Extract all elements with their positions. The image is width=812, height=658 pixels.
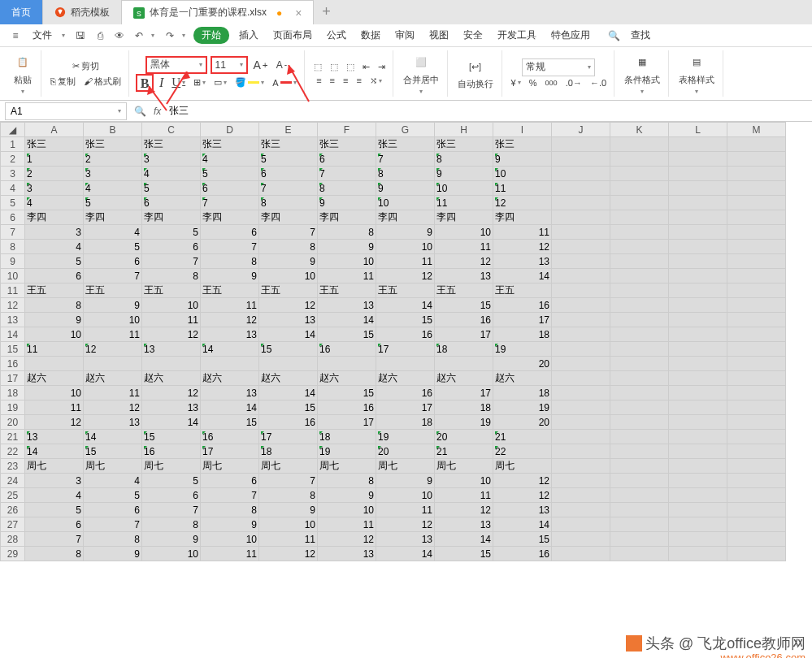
cell[interactable]: 李四 [84,210,142,225]
cell[interactable]: 16 [435,313,493,327]
cell[interactable] [727,357,786,371]
cell[interactable]: 14 [201,400,259,415]
cell[interactable] [727,137,786,152]
cell[interactable] [552,210,610,225]
indent-dec[interactable]: ⇤ [360,60,372,74]
cell[interactable]: 21 [493,430,552,444]
cell[interactable] [669,532,727,547]
menu-dev[interactable]: 开发工具 [493,26,541,45]
cell[interactable] [610,152,669,167]
cell[interactable]: 5 [25,254,84,269]
cell[interactable]: 14 [259,386,318,400]
cell[interactable]: 7 [259,181,318,196]
cell[interactable]: 赵六 [435,371,493,386]
bold-button[interactable]: B [136,74,154,92]
cell[interactable]: 9 [318,196,376,210]
cell[interactable] [669,444,727,459]
cell[interactable]: 8 [142,517,201,532]
cell[interactable]: 李四 [493,210,552,225]
cell[interactable] [669,167,727,181]
merge-center-button[interactable]: ⬜合并居中▾ [400,53,442,95]
cell[interactable]: 12 [493,196,552,210]
cell[interactable]: 22 [493,444,552,459]
cell[interactable]: 赵六 [84,371,142,386]
cell[interactable] [669,503,727,517]
cell[interactable]: 3 [25,474,84,488]
number-format-select[interactable]: 常规▾ [522,58,595,76]
zoom-tool-icon[interactable]: 🔍 [132,104,149,119]
cell[interactable]: 21 [435,444,493,459]
cell[interactable]: 18 [435,342,493,357]
cell[interactable]: 10 [376,240,435,254]
indent-inc[interactable]: ⇥ [376,60,388,74]
cell[interactable]: 11 [142,313,201,327]
cell[interactable]: 10 [142,298,201,313]
cell[interactable]: 12 [84,400,142,415]
cell[interactable]: 16 [376,386,435,400]
cell[interactable]: 8 [318,181,376,196]
cell[interactable]: 9 [376,474,435,488]
cell[interactable]: 12 [318,532,376,547]
cell[interactable]: 9 [142,532,201,547]
app-menu-icon[interactable]: ≡ [8,28,23,43]
cell[interactable]: 15 [201,415,259,430]
cell[interactable] [727,167,786,181]
cell[interactable]: 19 [493,400,552,415]
cell[interactable]: 8 [201,503,259,517]
cell[interactable]: 8 [259,196,318,210]
cell[interactable]: 张三 [493,137,552,152]
align-bottom[interactable]: ⬚ [344,60,357,74]
cell[interactable] [610,342,669,357]
cell[interactable]: 王五 [142,284,201,298]
menu-search[interactable]: 查找 [626,26,655,45]
row-header[interactable]: 28 [1,532,25,547]
cell[interactable] [552,196,610,210]
cell[interactable]: 12 [259,547,318,561]
cell[interactable]: 14 [84,430,142,444]
cut-button[interactable]: ✂ 剪切 [70,58,102,74]
cell[interactable]: 11 [84,386,142,400]
cell[interactable]: 10 [435,181,493,196]
cell[interactable]: 20 [493,415,552,430]
cell[interactable]: 11 [435,240,493,254]
cell[interactable]: 张三 [142,137,201,152]
row-header[interactable]: 18 [1,386,25,400]
row-header[interactable]: 3 [1,167,25,181]
cell[interactable] [727,386,786,400]
cell[interactable]: 7 [201,240,259,254]
cell[interactable] [552,254,610,269]
cell[interactable]: 19 [435,415,493,430]
cell[interactable] [552,532,610,547]
cell[interactable] [727,254,786,269]
cell[interactable]: 6 [142,488,201,503]
select-all-corner[interactable]: ◢ [1,123,25,137]
cell[interactable]: 6 [318,152,376,167]
cell[interactable]: 15 [435,547,493,561]
cell[interactable] [552,269,610,284]
cell[interactable]: 20 [376,444,435,459]
cell[interactable]: 6 [25,269,84,284]
cell[interactable] [669,313,727,327]
menu-start[interactable]: 开始 [193,27,229,44]
cell[interactable]: 17 [318,415,376,430]
cell[interactable]: 6 [201,181,259,196]
cell[interactable] [727,313,786,327]
cell[interactable]: 13 [435,517,493,532]
cell[interactable]: 8 [435,152,493,167]
cell[interactable] [727,532,786,547]
cell[interactable]: 王五 [435,284,493,298]
cell[interactable] [727,269,786,284]
row-header[interactable]: 10 [1,269,25,284]
cell[interactable]: 8 [376,167,435,181]
cell[interactable]: 14 [376,298,435,313]
cell[interactable]: 9 [84,298,142,313]
cell[interactable] [727,371,786,386]
cell[interactable]: 16 [493,547,552,561]
row-header[interactable]: 9 [1,254,25,269]
cell[interactable]: 5 [84,488,142,503]
cell[interactable] [318,357,376,371]
cell[interactable] [25,357,84,371]
cell[interactable]: 李四 [435,210,493,225]
cell[interactable] [552,298,610,313]
cell[interactable]: 11 [318,269,376,284]
